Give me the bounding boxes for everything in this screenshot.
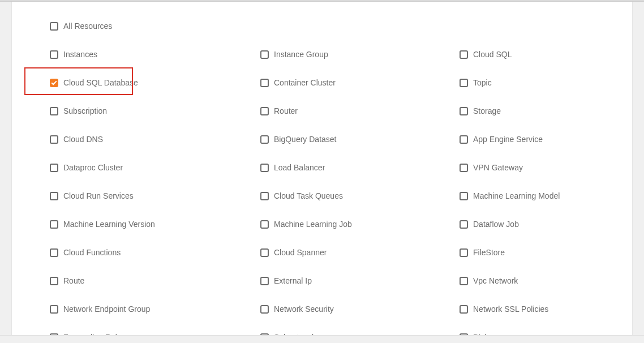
checkbox-label: Vpc Network [473,277,518,285]
checkbox-icon [260,248,269,257]
checkbox-label: Router [274,107,298,115]
checkbox-label: FileStore [473,248,505,256]
checkbox-label: Subscription [63,107,107,115]
checkbox-cloud-dns[interactable]: Cloud DNS [50,125,260,153]
checkbox-label: Cloud SQL [473,50,512,58]
checkbox-label: Instances [63,50,97,58]
checkbox-cloud-sql-database[interactable]: Cloud SQL Database [50,68,260,97]
checkbox-icon [260,305,269,314]
checkbox-label: Network Security [274,305,334,313]
checkbox-icon [260,135,269,144]
checkbox-machine-learning-version[interactable]: Machine Learning Version [50,210,260,238]
checkbox-cloud-sql[interactable]: Cloud SQL [460,40,644,68]
checkbox-icon [260,107,269,115]
checkbox-label: Cloud SQL Database [63,79,138,87]
resource-selection-panel: All Resources Instances Instance Group C… [11,2,633,341]
bottom-cut-edge [0,335,644,343]
checkbox-icon [50,277,58,285]
checkbox-machine-learning-job[interactable]: Machine Learning Job [260,210,460,238]
checkbox-load-balancer[interactable]: Load Balancer [260,153,460,182]
checkbox-label: BigQuery Dataset [274,135,337,143]
checkbox-icon [460,248,468,257]
checkbox-network-security[interactable]: Network Security [260,295,460,323]
checkbox-bigquery-dataset[interactable]: BigQuery Dataset [260,125,460,153]
checkbox-icon [50,135,58,144]
checkbox-dataflow-job[interactable]: Dataflow Job [460,210,644,238]
resource-checkbox-grid: All Resources Instances Instance Group C… [12,12,632,343]
checkbox-route[interactable]: Route [50,267,260,295]
checkbox-label: Cloud Spanner [274,248,327,256]
checkbox-label: Storage [473,107,501,115]
checkbox-label: Cloud Run Services [63,192,134,200]
checkbox-label: Topic [473,79,492,87]
checkbox-icon [260,192,269,200]
checkbox-cloud-run-services[interactable]: Cloud Run Services [50,182,260,210]
checkbox-label: Load Balancer [274,164,325,172]
checkbox-icon [50,164,58,172]
checkbox-label: App Engine Service [473,135,543,143]
checkbox-label: Machine Learning Model [473,192,560,200]
checkbox-instances[interactable]: Instances [50,40,260,68]
checkbox-dataproc-cluster[interactable]: Dataproc Cluster [50,153,260,182]
checkbox-all-resources[interactable]: All Resources [50,12,644,40]
checkbox-network-endpoint-group[interactable]: Network Endpoint Group [50,295,260,323]
checkbox-icon [460,50,468,59]
checkbox-label: Cloud Task Queues [274,192,343,200]
checkbox-icon [50,107,58,115]
checkbox-cloud-task-queues[interactable]: Cloud Task Queues [260,182,460,210]
checkbox-icon [460,220,468,229]
checkbox-label: Dataflow Job [473,220,519,228]
checkbox-label: Network Endpoint Group [63,305,150,313]
checkbox-label: Network SSL Policies [473,305,548,313]
checkbox-instance-group[interactable]: Instance Group [260,40,460,68]
checkbox-cloud-functions[interactable]: Cloud Functions [50,238,260,267]
checkbox-icon [50,248,58,257]
checkbox-icon [460,135,468,144]
checkbox-icon [260,50,269,59]
checkbox-label: Machine Learning Job [274,220,352,228]
checkbox-app-engine-service[interactable]: App Engine Service [460,125,644,153]
checkbox-icon [460,164,468,172]
checkbox-label: VPN Gateway [473,164,523,172]
checkbox-label: All Resources [63,22,112,30]
checkbox-container-cluster[interactable]: Container Cluster [260,68,460,97]
checkbox-icon [50,192,58,200]
checkbox-icon [460,192,468,200]
checkbox-label: Container Cluster [274,79,336,87]
checkbox-cloud-spanner[interactable]: Cloud Spanner [260,238,460,267]
checkbox-icon [50,50,58,59]
checkbox-icon [260,79,269,87]
checkbox-icon [260,220,269,229]
checkbox-icon-checked [50,79,58,87]
checkbox-icon [260,164,269,172]
checkbox-topic[interactable]: Topic [460,68,644,97]
checkbox-label: Cloud Functions [63,248,121,256]
checkbox-icon [460,277,468,285]
checkbox-router[interactable]: Router [260,97,460,125]
checkbox-icon [50,220,58,229]
checkbox-label: Dataproc Cluster [63,164,123,172]
checkbox-filestore[interactable]: FileStore [460,238,644,267]
checkbox-machine-learning-model[interactable]: Machine Learning Model [460,182,644,210]
checkbox-label: Instance Group [274,50,328,58]
checkbox-subscription[interactable]: Subscription [50,97,260,125]
checkbox-label: Cloud DNS [63,135,103,143]
checkbox-icon [460,107,468,115]
checkbox-icon [460,79,468,87]
checkbox-label: Route [63,277,84,285]
checkbox-external-ip[interactable]: External Ip [260,267,460,295]
checkbox-storage[interactable]: Storage [460,97,644,125]
checkbox-label: Machine Learning Version [63,220,155,228]
checkbox-network-ssl-policies[interactable]: Network SSL Policies [460,295,644,323]
checkbox-label: External Ip [274,277,312,285]
checkbox-vpc-network[interactable]: Vpc Network [460,267,644,295]
checkbox-icon [260,277,269,285]
checkbox-icon [50,305,58,314]
checkbox-vpn-gateway[interactable]: VPN Gateway [460,153,644,182]
checkbox-icon [460,305,468,314]
checkbox-icon [50,22,58,31]
